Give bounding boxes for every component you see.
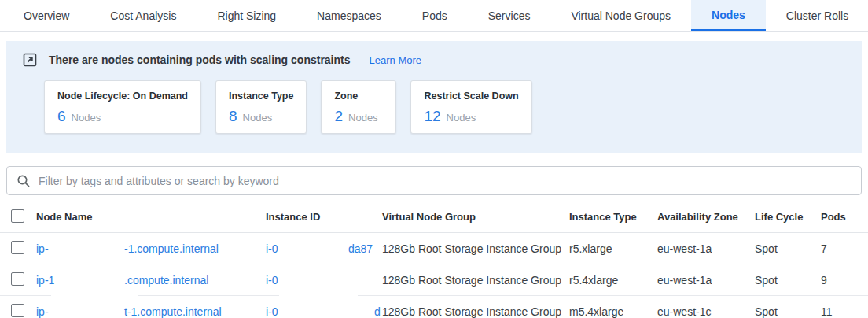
nodes-table: Node Name Instance ID Virtual Node Group… — [0, 202, 868, 318]
node-name-fragment[interactable]: ip- — [36, 305, 49, 318]
card-title: Node Lifecycle: On Demand — [57, 91, 188, 102]
select-all-checkbox[interactable] — [11, 209, 24, 223]
card-unit: Nodes — [243, 112, 273, 124]
availability-zone-cell: eu-west-1c — [657, 305, 755, 318]
life-cycle-cell: Spot — [755, 242, 821, 255]
availability-zone-cell: eu-west-1a — [657, 274, 755, 287]
card-restrict-scale-down[interactable]: Restrict Scale Down 12 Nodes — [410, 80, 531, 134]
summary-cards: Node Lifecycle: On Demand 6 Nodes Instan… — [44, 80, 862, 134]
tab-services[interactable]: Services — [468, 0, 551, 31]
card-title: Zone — [334, 91, 383, 102]
row-checkbox[interactable] — [11, 241, 24, 254]
row-checkbox[interactable] — [11, 272, 24, 286]
pods-cell: 9 — [821, 274, 868, 287]
table-row[interactable]: ip-1 .compute.internal i-0 128Gb Root St… — [0, 264, 868, 296]
instance-type-cell: m5.4xlarge — [569, 305, 657, 318]
virtual-node-group-cell: 128Gb Root Storage Instance Group — [382, 242, 569, 255]
tab-cost-analysis[interactable]: Cost Analysis — [90, 0, 197, 31]
col-pods: Pods — [821, 211, 868, 223]
search-input[interactable] — [39, 175, 851, 187]
node-name-fragment[interactable]: -1.compute.internal — [124, 242, 219, 255]
instance-id-fragment[interactable]: i-0 — [266, 274, 278, 287]
tab-bar: Overview Cost Analysis Right Sizing Name… — [0, 0, 868, 32]
instance-type-cell: r5.4xlarge — [569, 274, 657, 287]
col-availability-zone: Availability Zone — [657, 211, 755, 223]
card-node-lifecycle[interactable]: Node Lifecycle: On Demand 6 Nodes — [44, 80, 201, 134]
col-instance-type: Instance Type — [569, 211, 657, 223]
instance-id-fragment[interactable]: d — [374, 305, 381, 318]
pods-cell: 11 — [821, 305, 868, 318]
virtual-node-group-cell: 128Gb Root Storage Instance Group — [382, 274, 569, 287]
life-cycle-cell: Spot — [755, 274, 821, 287]
table-header-row: Node Name Instance ID Virtual Node Group… — [0, 202, 868, 233]
tab-pods[interactable]: Pods — [402, 0, 468, 31]
card-value: 6 — [57, 108, 66, 125]
banner-message: There are nodes containing pods with sca… — [49, 54, 351, 66]
virtual-node-group-cell: 128Gb Root Storage Instance Group — [382, 305, 569, 318]
card-value: 8 — [229, 108, 237, 125]
tab-right-sizing[interactable]: Right Sizing — [197, 0, 296, 31]
scaling-constraints-banner: There are nodes containing pods with sca… — [6, 41, 862, 153]
life-cycle-cell: Spot — [755, 305, 821, 318]
availability-zone-cell: eu-west-1a — [657, 242, 755, 255]
table-row[interactable]: ip- -1.compute.internal i-0 da87 128Gb R… — [0, 233, 868, 264]
card-title: Instance Type — [229, 91, 293, 102]
col-life-cycle: Life Cycle — [755, 211, 821, 223]
node-name-fragment[interactable]: ip-1 — [36, 274, 54, 287]
col-node-name: Node Name — [36, 211, 266, 223]
card-value: 12 — [424, 108, 440, 125]
node-name-fragment[interactable]: ip- — [36, 242, 49, 255]
instance-id-fragment[interactable]: i-0 — [266, 305, 278, 318]
redaction-patch — [51, 294, 138, 298]
card-unit: Nodes — [72, 112, 101, 124]
instance-id-fragment[interactable]: da87 — [348, 242, 373, 255]
filter-bar — [6, 166, 862, 195]
instance-id-fragment[interactable]: i-0 — [266, 242, 278, 255]
instance-type-cell: r5.xlarge — [569, 242, 657, 255]
row-checkbox[interactable] — [11, 304, 24, 317]
col-virtual-node-group: Virtual Node Group — [382, 211, 569, 223]
scale-up-icon — [22, 52, 38, 68]
card-title: Restrict Scale Down — [424, 91, 518, 102]
card-zone[interactable]: Zone 2 Nodes — [321, 80, 396, 134]
col-instance-id: Instance ID — [266, 211, 382, 223]
tab-cluster-rolls[interactable]: Cluster Rolls — [766, 0, 868, 31]
tab-virtual-node-groups[interactable]: Virtual Node Groups — [550, 0, 691, 31]
tab-overview[interactable]: Overview — [3, 0, 90, 31]
pods-cell: 7 — [821, 242, 868, 255]
card-instance-type[interactable]: Instance Type 8 Nodes — [215, 80, 307, 134]
card-unit: Nodes — [447, 112, 476, 124]
node-name-fragment[interactable]: .compute.internal — [124, 274, 208, 287]
redaction-patch — [279, 294, 358, 298]
node-name-fragment[interactable]: t-1.compute.internal — [124, 305, 222, 318]
tab-namespaces[interactable]: Namespaces — [296, 0, 402, 31]
card-value: 2 — [334, 108, 343, 125]
search-icon — [17, 174, 31, 188]
tab-nodes[interactable]: Nodes — [691, 0, 766, 31]
learn-more-link[interactable]: Learn More — [370, 54, 421, 66]
card-unit: Nodes — [348, 112, 378, 124]
table-row[interactable]: ip- t-1.compute.internal i-0 d 128Gb Roo… — [0, 296, 868, 318]
